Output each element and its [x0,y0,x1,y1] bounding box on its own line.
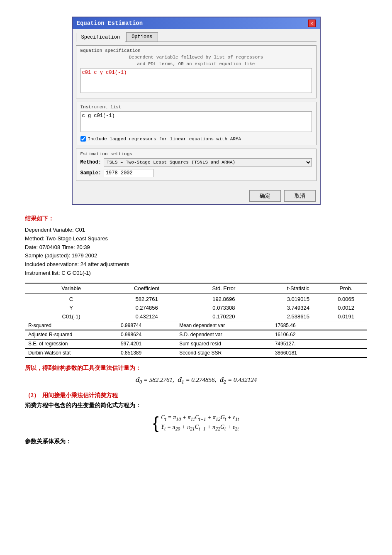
stat-rsq-label: R-squared [25,321,117,330]
stat-ssr-label: Sum squared resid [176,339,271,348]
left-brace: { [153,415,158,431]
stat-sssr-label: Second-stage SSR [176,348,271,357]
tab-bar: Specification Options [76,32,317,42]
se-y: 0.073308 [176,303,271,312]
prob-y: 0.0012 [325,303,367,312]
results-heading: 结果如下： [25,215,367,222]
alpha-formula: α̂0 = 582.2761, α̂1 = 0.274856, α̂2 = 0.… [25,376,367,385]
var-c01lag: C01(-1) [25,312,117,321]
param-heading: 参数关系体系为： [25,438,367,445]
table-row: C01(-1) 0.432124 0.170220 2.538615 0.019… [25,312,367,321]
sample-label: Sample: [80,170,101,176]
stat-dw-label: Durbin-Watson stat [25,348,117,357]
dialog-title: Equation Estimation [77,20,143,27]
stat-ssr-val: 7495127. [272,339,325,348]
stat-mean-label: Mean dependent var [176,321,271,330]
cancel-button[interactable]: 取消 [284,190,316,202]
col-header-tstat: t-Statistic [272,283,325,293]
coef-c01lag: 0.432124 [117,312,176,321]
col-header-prob: Prob. [325,283,367,293]
dialog-footer: 确定 取消 [73,188,320,204]
meta-line-3: Sample (adjusted): 1979 2002 [25,252,367,260]
bold-para: 消费方程中包含的内生变量的简化式方程为： [25,402,367,409]
stats-table: Variable Coefficient Std. Error t-Statis… [25,283,367,358]
checkbox-label: Include lagged regressors for linear equ… [88,137,241,142]
results-meta: Dependent Variable: C01 Method: Two-Stag… [25,226,367,278]
estimation-settings-fieldset: Estimation settings Method: TSLS – Two-S… [76,149,317,181]
col-header-variable: Variable [25,283,117,293]
dialog-titlebar: Equation Estimation ✕ [73,17,320,29]
conclusion-heading: 所以，得到结构参数的工具变量法估计量为： [25,364,367,372]
sample-row: Sample: [80,169,312,177]
dialog-body: Specification Options Equation specifica… [73,29,320,188]
results-section: 结果如下： Dependent Variable: C01 Method: Tw… [25,215,367,358]
stat-mean-val: 17685.46 [272,321,325,330]
stat-sssr-val: 38660181 [272,348,325,357]
se-c: 192.8696 [176,293,271,303]
equation-spec-desc1: Dependent variable followed by list of r… [80,55,312,60]
instrument-input[interactable] [80,111,312,132]
meta-line-2: Date: 07/04/08 Time: 20:39 [25,243,367,252]
equation-line-1: Ct = π10 + π11Ct−1 + π12Gt + ε1t [161,414,239,422]
coef-y: 0.274856 [117,303,176,312]
equation-spec-fieldset: Equation specification Dependent variabl… [76,45,317,98]
equation-lines: Ct = π10 + π11Ct−1 + π12Gt + ε1t Yt = π2… [161,414,239,432]
meta-line-5: Instrument list: C G C01(-1) [25,269,367,278]
sample-input[interactable] [104,169,153,177]
math-conclusion: 所以，得到结构参数的工具变量法估计量为： α̂0 = 582.2761, α̂1… [25,364,367,446]
var-y: Y [25,303,117,312]
equation-spec-legend: Equation specification [80,48,312,53]
method-label: Method: [80,159,101,165]
stat-sd-label: S.D. dependent var [176,330,271,339]
table-row: C 582.2761 192.8696 3.019015 0.0065 [25,293,367,303]
stat-adjrsq-val: 0.998624 [117,330,176,339]
var-c: C [25,293,117,303]
stats-row: Durbin-Watson stat 0.851389 Second-stage… [25,348,367,357]
instrument-legend: Instrument list [80,105,312,110]
col-header-coefficient: Coefficient [117,283,176,293]
close-button[interactable]: ✕ [308,20,316,27]
stat-adjrsq-label: Adjusted R-squared [25,330,117,339]
include-lagged-checkbox[interactable] [80,136,86,142]
stat-rsq-val: 0.998744 [117,321,176,330]
stat-se-val: 597.4201 [117,339,176,348]
ok-button[interactable]: 确定 [249,190,281,202]
method-row: Method: TSLS – Two-Stage Least Squares (… [80,158,312,166]
tab-specification[interactable]: Specification [76,33,126,42]
equation-input[interactable] [80,68,312,93]
se-c01lag: 0.170220 [176,312,271,321]
subsection-heading: （2） 用间接最小乘法估计消费方程 [25,392,118,399]
stat-dw-val: 0.851389 [117,348,176,357]
stats-row: S.E. of regression 597.4201 Sum squared … [25,339,367,348]
stats-row: Adjusted R-squared 0.998624 S.D. depende… [25,330,367,339]
equation-system: { Ct = π10 + π11Ct−1 + π12Gt + ε1t Yt = … [25,414,367,432]
t-c01lag: 2.538615 [272,312,325,321]
coef-c: 582.2761 [117,293,176,303]
equation-spec-desc2: and PDL terms, OR an explicit equation l… [80,61,312,66]
tab-options[interactable]: Options [126,32,158,42]
stats-row: R-squared 0.998744 Mean dependent var 17… [25,321,367,330]
method-select[interactable]: TSLS – Two-Stage Least Squares (TSNLS an… [104,158,312,166]
equation-estimation-dialog: Equation Estimation ✕ Specification Opti… [72,17,321,205]
prob-c: 0.0065 [325,293,367,303]
stat-se-label: S.E. of regression [25,339,117,348]
t-c: 3.019015 [272,293,325,303]
stat-sd-val: 16106.62 [272,330,325,339]
subsection-block: （2） 用间接最小乘法估计消费方程 [25,392,367,399]
instrument-list-fieldset: Instrument list c g c01(-1) Include lagg… [76,102,317,145]
equation-line-2: Yt = π20 + π21Ct−1 + π22Gt + ε2t [161,424,239,432]
prob-c01lag: 0.0191 [325,312,367,321]
col-header-stderr: Std. Error [176,283,271,293]
estimation-legend: Estimation settings [80,152,312,156]
meta-line-1: Method: Two-Stage Least Squares [25,235,367,243]
table-row: Y 0.274856 0.073308 3.749324 0.0012 [25,303,367,312]
meta-line-4: Included observations: 24 after adjustme… [25,260,367,269]
t-y: 3.749324 [272,303,325,312]
checkbox-row: Include lagged regressors for linear equ… [80,136,312,142]
meta-line-0: Dependent Variable: C01 [25,226,367,235]
